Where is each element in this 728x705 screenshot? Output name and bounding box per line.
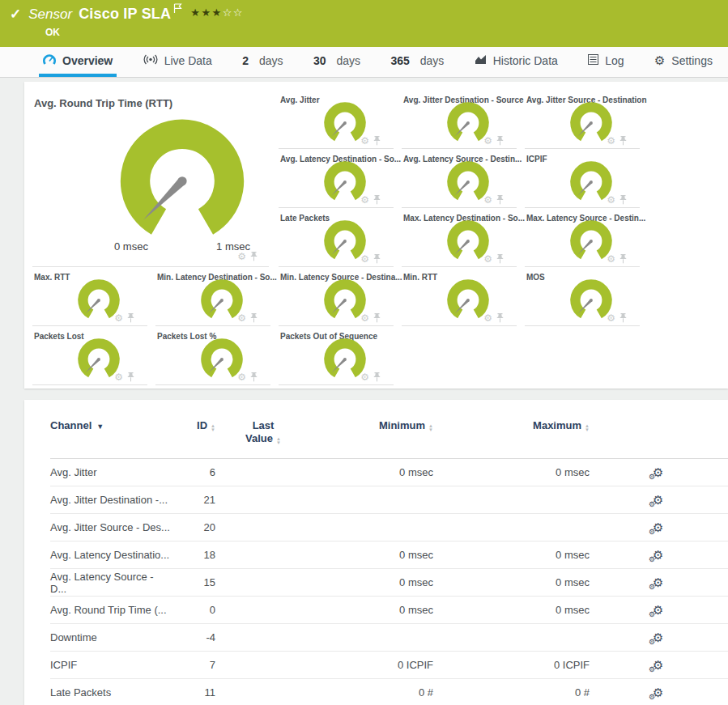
pin-icon[interactable] <box>619 313 627 323</box>
channels-table: Channel▼ID▲▼Last Value▲▼Minimum▲▼Maximum… <box>50 419 728 705</box>
cell-id: 0 <box>172 597 215 624</box>
pin-icon[interactable] <box>127 313 134 323</box>
gear-icon[interactable]: ⚙ <box>237 252 246 261</box>
gauge-actions: ⚙ <box>483 254 504 264</box>
star-empty-icon[interactable]: ☆ <box>223 6 233 19</box>
pin-icon[interactable] <box>373 254 381 264</box>
tab-overview[interactable]: Overview <box>39 47 117 77</box>
tab-365-days[interactable]: 365days <box>386 47 448 77</box>
gauge-icon <box>43 53 56 67</box>
cell-last-value <box>215 569 311 597</box>
flag-icon[interactable] <box>173 2 182 17</box>
tab-historic-data[interactable]: Historic Data <box>470 47 562 77</box>
gauge-actions: ⚙ <box>114 372 134 382</box>
cell-minimum: 0 msec <box>311 541 433 569</box>
gear-icon[interactable]: ⚙ <box>237 313 246 323</box>
table-row: ICPIF70 ICPIF0 ICPIF⚙⚙ <box>50 652 728 679</box>
column-header-minimum[interactable]: Minimum▲▼ <box>311 419 433 459</box>
gear-icon[interactable]: ⚙ <box>607 136 615 146</box>
pin-icon[interactable] <box>250 313 258 323</box>
gear-icon[interactable]: ⚙ <box>114 313 123 323</box>
pin-icon[interactable] <box>496 195 504 205</box>
channel-settings-gears-icon[interactable]: ⚙⚙ <box>653 466 663 478</box>
gear-icon[interactable]: ⚙ <box>360 313 369 323</box>
gear-icon[interactable]: ⚙ <box>607 254 615 264</box>
cell-channel: Avg. Jitter Source - Des... <box>50 514 172 541</box>
channel-settings-gears-icon[interactable]: ⚙⚙ <box>653 659 663 671</box>
cell-minimum: 0 msec <box>311 459 433 486</box>
column-header-channel[interactable]: Channel▼ <box>50 419 172 459</box>
tab-live-data[interactable]: Live Data <box>139 47 216 77</box>
gauge-panel: Avg. Jitter Destination - Source⚙ <box>402 90 517 149</box>
gear-icon[interactable]: ⚙ <box>483 313 492 323</box>
channel-settings-gears-icon[interactable]: ⚙⚙ <box>653 604 663 616</box>
gauge-panel: Min. RTT⚙ <box>402 267 517 326</box>
gauge-panel: Avg. Jitter Source - Destination⚙ <box>525 90 640 149</box>
channel-settings-gears-icon[interactable]: ⚙⚙ <box>653 549 663 561</box>
cell-channel: Avg. Latency Destinatio... <box>50 541 172 569</box>
pin-icon[interactable] <box>373 136 381 146</box>
pin-icon[interactable] <box>619 136 627 146</box>
pin-icon[interactable] <box>373 372 381 382</box>
gear-icon[interactable]: ⚙ <box>237 372 246 382</box>
gauge-actions: ⚙ <box>607 313 627 323</box>
channel-settings-gears-icon[interactable]: ⚙⚙ <box>653 494 663 506</box>
pin-icon[interactable] <box>373 313 381 323</box>
gear-icon[interactable]: ⚙ <box>360 372 369 382</box>
column-header-maximum[interactable]: Maximum▲▼ <box>433 419 590 459</box>
gear-icon[interactable]: ⚙ <box>360 136 369 146</box>
cell-id: 20 <box>172 514 215 541</box>
gauge-panel: Avg. Latency Source - Destin...⚙ <box>402 149 517 208</box>
gear-icon[interactable]: ⚙ <box>360 195 369 205</box>
cell-channel: Avg. Jitter <box>50 459 172 486</box>
sort-icon: ▲▼ <box>211 424 215 432</box>
priority-stars[interactable]: ★★★☆☆ <box>190 6 244 19</box>
gauge-title: Min. RTT <box>403 273 437 282</box>
gear-icon[interactable]: ⚙ <box>607 195 615 205</box>
pin-icon[interactable] <box>250 372 258 382</box>
pin-icon[interactable] <box>127 372 134 382</box>
gear-icon[interactable]: ⚙ <box>114 372 123 382</box>
cell-minimum: 0 msec <box>311 569 433 597</box>
star-empty-icon[interactable]: ☆ <box>233 6 244 19</box>
star-filled-icon[interactable]: ★ <box>212 6 223 19</box>
tab-30-days[interactable]: 30days <box>309 47 364 77</box>
pin-icon[interactable] <box>496 313 504 323</box>
pin-icon[interactable] <box>496 254 504 264</box>
channel-settings-gears-icon[interactable]: ⚙⚙ <box>653 686 663 699</box>
gear-icon[interactable]: ⚙ <box>483 136 492 146</box>
log-icon <box>588 54 598 67</box>
gauge-panel: Avg. Jitter⚙ <box>279 90 394 149</box>
cell-maximum <box>433 486 590 514</box>
gauge-panel: MOS⚙ <box>525 267 640 326</box>
star-filled-icon[interactable]: ★ <box>201 6 211 19</box>
table-header-row: Channel▼ID▲▼Last Value▲▼Minimum▲▼Maximum… <box>50 419 728 459</box>
tab-log[interactable]: Log <box>584 47 628 77</box>
tab-settings[interactable]: ⚙Settings <box>650 47 717 77</box>
cell-maximum: 0 msec <box>433 569 590 597</box>
gear-icon[interactable]: ⚙ <box>483 195 492 205</box>
gauge-actions: ⚙ <box>360 195 381 205</box>
tab-days-number: 30 <box>313 54 326 67</box>
cell-maximum: 0 msec <box>433 541 590 569</box>
gear-icon[interactable]: ⚙ <box>607 313 615 323</box>
pin-icon[interactable] <box>619 254 627 264</box>
star-filled-icon[interactable]: ★ <box>190 6 201 19</box>
column-header-last-value[interactable]: Last Value▲▼ <box>215 419 311 459</box>
column-label: ID <box>197 419 207 431</box>
gear-icon[interactable]: ⚙ <box>360 254 369 264</box>
gauge-panel-main: Avg. Round Trip Time (RTT)0 msec1 msec⚙ <box>32 90 269 267</box>
tab-2-days[interactable]: 2days <box>238 47 287 77</box>
column-label: Maximum <box>533 419 581 431</box>
gauge-dial <box>115 114 249 239</box>
channel-settings-gears-icon[interactable]: ⚙⚙ <box>653 631 663 643</box>
pin-icon[interactable] <box>373 195 381 205</box>
pin-icon[interactable] <box>250 252 258 261</box>
pin-icon[interactable] <box>496 136 504 146</box>
channel-settings-gears-icon[interactable]: ⚙⚙ <box>653 576 663 588</box>
gear-icon[interactable]: ⚙ <box>483 254 492 264</box>
cell-last-value <box>215 541 311 569</box>
channel-settings-gears-icon[interactable]: ⚙⚙ <box>653 521 663 533</box>
column-header-id[interactable]: ID▲▼ <box>172 419 215 459</box>
pin-icon[interactable] <box>619 195 627 205</box>
